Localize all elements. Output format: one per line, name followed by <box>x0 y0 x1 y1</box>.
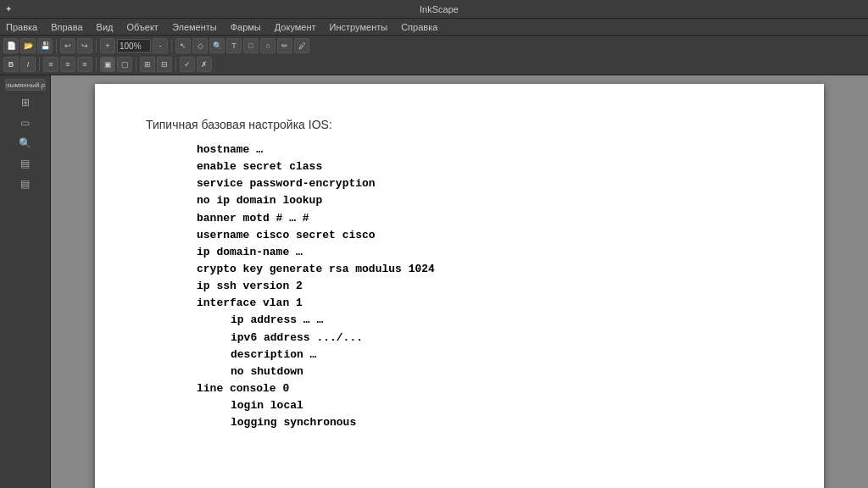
menu-vid[interactable]: Вид <box>94 22 116 32</box>
menu-pravka[interactable]: Правка <box>3 22 40 32</box>
sidebar-icon-2[interactable]: ▭ <box>17 114 34 131</box>
fill-btn[interactable]: ▣ <box>100 57 115 72</box>
line-username: username cisco secret cisco <box>146 227 773 244</box>
menu-tools[interactable]: Инструменты <box>327 22 391 32</box>
sep2 <box>96 39 97 53</box>
menu-vprava[interactable]: Вправа <box>48 22 85 32</box>
ungroup-btn[interactable]: ⊟ <box>157 57 172 72</box>
menu-document[interactable]: Документ <box>272 22 319 32</box>
italic-btn[interactable]: I <box>20 57 36 72</box>
align-left-btn[interactable]: ≡ <box>43 57 58 72</box>
line-login: login local <box>146 397 773 414</box>
pencil-btn[interactable]: ✏ <box>277 38 292 53</box>
line-ip-address: ip address … … <box>146 312 773 329</box>
toolbar-row-1: 📄 📂 💾 ↩ ↪ + 100% - ↖ ◇ 🔍 T □ ○ ✏ 🖊 <box>3 37 865 54</box>
group-btn[interactable]: ⊞ <box>140 57 155 72</box>
line-enable: enable secret class <box>146 158 773 175</box>
line-no-shutdown: no shutdown <box>146 363 773 380</box>
new-btn[interactable]: 📄 <box>3 38 19 53</box>
doc-area: Типичная базовая настройка IOS: hostname… <box>51 75 868 488</box>
zoom-tool-btn[interactable]: 🔍 <box>209 38 225 53</box>
sep3 <box>171 39 172 53</box>
open-btn[interactable]: 📂 <box>20 38 36 53</box>
bold-btn[interactable]: B <box>3 57 19 72</box>
zoom-out-btn[interactable]: - <box>153 38 168 53</box>
menu-forms[interactable]: Фармы <box>228 22 264 32</box>
redo-btn[interactable]: ↪ <box>77 38 92 53</box>
node-btn[interactable]: ◇ <box>192 38 208 53</box>
intro-text: Типичная базовая настройка IOS: <box>146 118 773 131</box>
sep1 <box>56 39 57 53</box>
line-banner: banner motd # … # <box>146 210 773 227</box>
sidebar-icon-5[interactable]: ▤ <box>17 175 34 192</box>
zoom-input[interactable]: 100% <box>117 39 151 53</box>
line-interface: interface vlan 1 <box>146 295 773 312</box>
cross-btn[interactable]: ✗ <box>197 57 212 72</box>
filename-tab[interactable]: безымянный.pdf <box>5 79 46 91</box>
line-service: service password-encryption <box>146 175 773 192</box>
line-description: description … <box>146 347 773 363</box>
workspace: безымянный.pdf ⊞ ▭ 🔍 ▤ ▤ Типичная базова… <box>0 75 868 488</box>
select-btn[interactable]: ↖ <box>175 38 191 53</box>
line-ip-domain: ip domain-name … <box>146 244 773 261</box>
line-ssh: ip ssh version 2 <box>146 278 773 295</box>
line-logging: logging synchronous <box>146 414 773 431</box>
menu-bar: Правка Вправа Вид Объект Элементы Фармы … <box>0 19 868 36</box>
app-icon: ✦ <box>5 4 12 14</box>
title-bar: ✦ InkScape <box>0 0 868 19</box>
sidebar: безымянный.pdf ⊞ ▭ 🔍 ▤ ▤ <box>0 75 51 488</box>
menu-help[interactable]: Справка <box>398 22 440 32</box>
stroke-btn[interactable]: ▢ <box>117 57 132 72</box>
sep5 <box>96 58 97 71</box>
sep4 <box>39 58 40 71</box>
align-right-btn[interactable]: ≡ <box>77 57 92 72</box>
window-title: InkScape <box>15 4 863 14</box>
line-console: line console 0 <box>146 380 773 397</box>
ellipse-btn[interactable]: ○ <box>260 38 275 53</box>
check-btn[interactable]: ✓ <box>180 57 195 72</box>
menu-elements[interactable]: Элементы <box>170 22 220 32</box>
sep6 <box>136 58 136 71</box>
toolbar-area: 📄 📂 💾 ↩ ↪ + 100% - ↖ ◇ 🔍 T □ ○ ✏ 🖊 B I ≡… <box>0 36 868 75</box>
menu-object[interactable]: Объект <box>124 22 160 32</box>
zoom-in-btn[interactable]: + <box>100 38 115 53</box>
pen-btn[interactable]: 🖊 <box>294 38 309 53</box>
sidebar-icon-1[interactable]: ⊞ <box>17 94 34 111</box>
page: Типичная базовая настройка IOS: hostname… <box>95 84 824 488</box>
toolbar-row-2: B I ≡ ≡ ≡ ▣ ▢ ⊞ ⊟ ✓ ✗ <box>3 56 865 73</box>
code-block: hostname … enable secret class service p… <box>146 141 773 431</box>
rect-btn[interactable]: □ <box>243 38 259 53</box>
text-btn[interactable]: T <box>226 38 242 53</box>
undo-btn[interactable]: ↩ <box>60 38 75 53</box>
sidebar-icon-3[interactable]: 🔍 <box>17 135 34 152</box>
line-no-ip: no ip domain lookup <box>146 192 773 209</box>
sidebar-icon-4[interactable]: ▤ <box>17 155 34 172</box>
align-center-btn[interactable]: ≡ <box>60 57 75 72</box>
line-ipv6: ipv6 address .../... <box>146 330 773 347</box>
line-crypto: crypto key generate rsa modulus 1024 <box>146 261 773 278</box>
save-btn[interactable]: 💾 <box>37 38 53 53</box>
line-hostname: hostname … <box>146 141 773 158</box>
sep7 <box>175 58 176 71</box>
